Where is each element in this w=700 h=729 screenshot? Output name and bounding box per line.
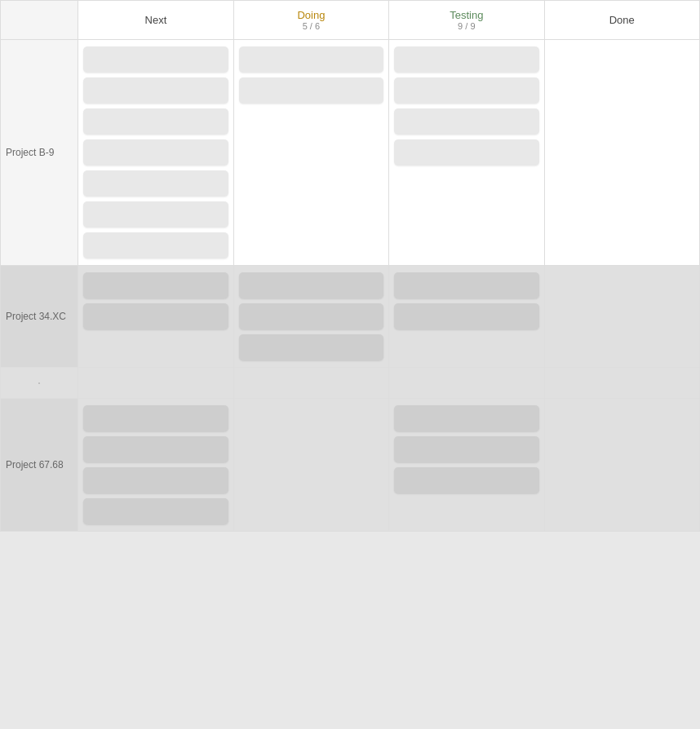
done-cell — [544, 399, 699, 532]
kanban-card[interactable] — [83, 498, 228, 524]
card-list — [83, 405, 228, 524]
project-label: Project 34.XC — [1, 266, 78, 368]
card-list — [83, 272, 228, 329]
done-cell — [544, 266, 699, 368]
kanban-board: Next Doing 5 / 6 Testing 9 / 9 Done Proj… — [0, 0, 700, 532]
kanban-card[interactable] — [394, 405, 538, 431]
kanban-card[interactable] — [394, 303, 538, 329]
col-doing-count: 5 / 6 — [241, 21, 382, 31]
project-row: Project B-9 — [1, 40, 700, 266]
testing-cell — [389, 40, 544, 266]
col-testing-header: Testing 9 / 9 — [389, 1, 544, 40]
kanban-card[interactable] — [83, 405, 228, 431]
kanban-card[interactable] — [239, 77, 383, 104]
next-cell — [78, 266, 233, 368]
col-next-title: Next — [145, 14, 167, 26]
kanban-card[interactable] — [394, 467, 538, 493]
project-dot-divider: · — [1, 368, 700, 399]
kanban-card[interactable] — [239, 46, 383, 73]
card-list — [394, 405, 538, 493]
kanban-card[interactable] — [394, 46, 538, 73]
project-row: Project 67.68 — [1, 399, 700, 532]
col-testing-title: Testing — [450, 9, 483, 21]
col-doing-header: Doing 5 / 6 — [233, 1, 388, 40]
kanban-card[interactable] — [83, 436, 228, 462]
kanban-card[interactable] — [83, 170, 228, 197]
kanban-card[interactable] — [394, 108, 538, 135]
done-cell — [544, 40, 699, 266]
col-testing-count: 9 / 9 — [396, 21, 537, 31]
project-row: Project 34.XC — [1, 266, 700, 368]
kanban-card[interactable] — [83, 467, 228, 493]
card-list — [239, 46, 383, 104]
project-label: Project B-9 — [1, 40, 78, 266]
doing-cell — [233, 40, 388, 266]
kanban-card[interactable] — [394, 436, 538, 462]
kanban-card[interactable] — [394, 139, 538, 166]
next-cell — [78, 40, 233, 266]
card-list — [394, 272, 538, 329]
kanban-card[interactable] — [83, 139, 228, 166]
kanban-card[interactable] — [239, 334, 383, 360]
kanban-card[interactable] — [394, 272, 538, 298]
col-doing-title: Doing — [297, 9, 325, 21]
doing-cell — [233, 266, 388, 368]
col-done-header: Done — [544, 1, 699, 40]
kanban-card[interactable] — [83, 201, 228, 228]
testing-cell — [389, 399, 544, 532]
card-list — [394, 46, 538, 166]
next-cell — [78, 399, 233, 532]
kanban-card[interactable] — [394, 77, 538, 104]
kanban-card[interactable] — [83, 108, 228, 135]
testing-cell — [389, 266, 544, 368]
col-done-title: Done — [609, 14, 635, 26]
kanban-card[interactable] — [83, 303, 228, 329]
col-next-header: Next — [78, 1, 233, 40]
kanban-card[interactable] — [83, 272, 228, 298]
doing-cell — [233, 399, 388, 532]
project-label: Project 67.68 — [1, 399, 78, 532]
kanban-card[interactable] — [239, 272, 383, 298]
col-label-header — [1, 1, 78, 40]
kanban-card[interactable] — [83, 46, 228, 73]
kanban-card[interactable] — [83, 232, 228, 258]
kanban-card[interactable] — [83, 77, 228, 104]
column-headers: Next Doing 5 / 6 Testing 9 / 9 Done — [1, 1, 700, 40]
card-list — [239, 272, 383, 360]
card-list — [83, 46, 228, 258]
kanban-card[interactable] — [239, 303, 383, 329]
